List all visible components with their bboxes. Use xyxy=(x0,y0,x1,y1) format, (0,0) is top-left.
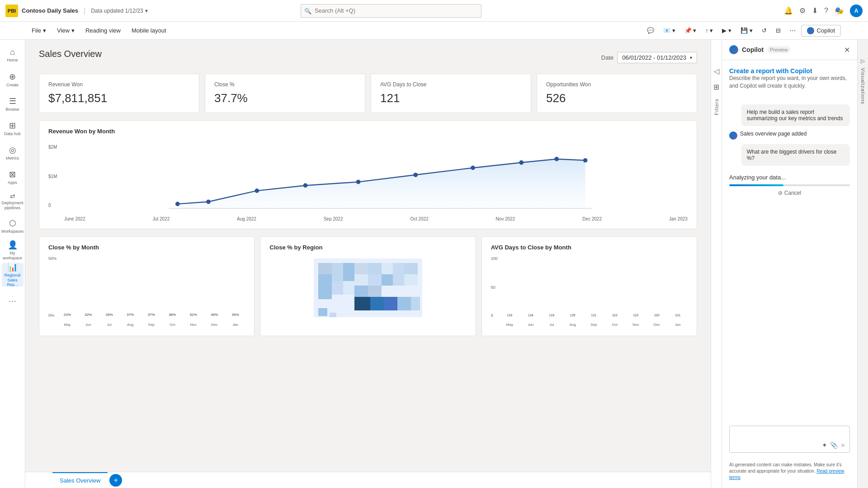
copilot-body: Create a report with Copilot Describe th… xyxy=(722,60,857,488)
state-ak xyxy=(318,308,327,316)
close-bars-container: 23% 32% 26% xyxy=(57,260,245,318)
feedback-icon[interactable]: 🎭 xyxy=(835,6,844,15)
settings-icon[interactable]: ⚙ xyxy=(799,6,806,15)
search-input[interactable] xyxy=(301,4,481,18)
state-ca xyxy=(318,286,332,299)
present-btn[interactable]: ▶ ▾ xyxy=(718,25,735,36)
state-nd xyxy=(354,263,368,274)
reading-view-btn[interactable]: Reading view xyxy=(81,25,125,36)
sidebar-item-more[interactable]: … xyxy=(2,287,24,311)
avg-days-chart-title: AVG Days to Close by Month xyxy=(491,244,688,251)
copilot-bot-icon-1 xyxy=(729,131,737,140)
revenue-chart-section: Revenue Won by Month $2M $1M 0 xyxy=(39,120,697,229)
bookmark-btn[interactable]: 📌 ▾ xyxy=(681,25,700,36)
kpi-avg-days: AVG Days to Close 121 xyxy=(371,74,531,113)
close-by-month-title: Close % by Month xyxy=(48,244,245,251)
kpi-close-value: 37.7% xyxy=(214,91,356,105)
data-update-info: Data updated 1/12/23 ▾ xyxy=(91,8,147,14)
sidebar-item-browse[interactable]: ☰ Browse xyxy=(2,92,24,116)
sidebar-item-my-workspace[interactable]: 👤 My workspace xyxy=(2,239,24,262)
create-icon: ⊕ xyxy=(9,72,16,82)
viz-collapse-icon[interactable]: ▷ xyxy=(861,58,865,64)
x-label-dec22: Dec 2022 xyxy=(582,216,602,221)
copilot-close-button[interactable]: ✕ xyxy=(844,46,850,54)
sidebar-item-create[interactable]: ⊕ Create xyxy=(2,68,24,91)
avg-x-axis: May Jun Jul Aug Sep Oct Nov Dec Jan xyxy=(500,323,688,327)
sidebar-item-workspaces[interactable]: ⬡ Workspaces xyxy=(2,214,24,238)
comment-btn[interactable]: 💬 xyxy=(643,25,658,36)
title-separator: | xyxy=(84,7,85,15)
copilot-toolbar-btn[interactable]: Copilot xyxy=(801,25,841,37)
date-label: Date xyxy=(601,54,613,61)
state-mt xyxy=(343,263,354,281)
filters-collapse-icon[interactable]: ◁ xyxy=(714,67,719,75)
subscribe-btn[interactable]: 📧 ▾ xyxy=(660,25,679,36)
save-btn[interactable]: 💾 ▾ xyxy=(737,25,756,36)
copilot-send-icon[interactable]: ➤ xyxy=(840,441,846,449)
tab-sales-overview[interactable]: Sales Overview xyxy=(52,472,108,488)
x-label-sep22: Sep 2022 xyxy=(324,216,343,221)
kpi-close-label: Close % xyxy=(214,81,356,88)
refresh-btn[interactable]: ↺ xyxy=(758,25,770,36)
kpi-avgdays-value: 121 xyxy=(380,91,522,105)
revenue-dot-2 xyxy=(206,200,211,204)
date-range-picker[interactable]: 06/01/2022 - 01/12/2023 ▾ xyxy=(617,52,697,63)
help-icon[interactable]: ? xyxy=(824,7,828,15)
close-bar-oct: 38% xyxy=(162,313,182,318)
viz-label: Visualizations xyxy=(860,68,866,104)
close-bar-jan: 39% xyxy=(226,313,245,318)
sidebar-item-data-hub[interactable]: ⊞ Data hub xyxy=(2,117,24,140)
sidebar-item-metrics[interactable]: ◎ Metrics xyxy=(2,141,24,164)
powerbi-logo: PBI xyxy=(5,5,18,17)
state-tx xyxy=(354,297,370,310)
revenue-dot-4 xyxy=(303,183,308,188)
view-menu[interactable]: View ▾ xyxy=(52,25,79,36)
copilot-input-icons: ✦ 📎 ➤ xyxy=(822,441,846,449)
share-btn[interactable]: ↑ ▾ xyxy=(702,25,717,36)
close-y-0: 0% xyxy=(48,313,54,318)
us-map-svg xyxy=(309,256,427,324)
file-menu[interactable]: File ▾ xyxy=(27,25,51,36)
download-icon[interactable]: ⬇ xyxy=(812,6,818,15)
sidebar-item-home[interactable]: ⌂ Home xyxy=(2,43,24,67)
copilot-progress-bar xyxy=(729,184,783,186)
close-bar-jul: 26% xyxy=(99,313,119,318)
x-label-jul22: Jul 2022 xyxy=(152,216,170,221)
sidebar-item-deployment[interactable]: ⇄ Deployment pipelines xyxy=(2,190,24,213)
more-options-btn[interactable]: ⋯ xyxy=(786,25,799,36)
filters-icon[interactable]: ⊞ xyxy=(713,83,719,91)
user-avatar[interactable]: A xyxy=(850,5,863,17)
sidebar-item-regional-sales[interactable]: 📊 Regional Sales Rep... xyxy=(2,263,24,286)
kpi-close-pct: Close % 37.7% xyxy=(205,74,365,113)
date-chevron-icon: ▾ xyxy=(690,55,692,60)
topbar-icons: 🔔 ⚙ ⬇ ? 🎭 A xyxy=(784,5,863,17)
add-tab-button[interactable]: + xyxy=(109,474,122,487)
notifications-icon[interactable]: 🔔 xyxy=(784,6,793,15)
close-by-region-card: Close % by Region xyxy=(260,236,476,336)
state-nj xyxy=(404,274,418,286)
copilot-icon xyxy=(729,45,738,54)
duplicate-btn[interactable]: ⊟ xyxy=(772,25,784,36)
report-title: Contoso Daily Sales xyxy=(22,7,78,14)
avg-y-100: 100 xyxy=(491,256,498,261)
x-label-oct22: Oct 2022 xyxy=(410,216,429,221)
copilot-analyzing-section: Analyzing your data... ⊘ Cancel xyxy=(729,170,850,196)
state-oh xyxy=(382,274,393,286)
mobile-layout-btn[interactable]: Mobile layout xyxy=(127,25,171,36)
state-pa xyxy=(393,274,404,286)
tab-bar: Sales Overview + xyxy=(25,472,711,488)
filters-label: Filters xyxy=(714,99,719,115)
copilot-cancel-button[interactable]: ⊘ Cancel xyxy=(729,190,850,196)
copilot-attach-icon[interactable]: 📎 xyxy=(830,441,838,449)
sidebar-item-apps[interactable]: ⊠ Apps xyxy=(2,165,24,189)
revenue-dot-10 xyxy=(583,158,588,163)
copilot-sparkle-icon[interactable]: ✦ xyxy=(822,441,827,449)
browse-icon: ☰ xyxy=(9,96,16,106)
close-x-axis: May Jun Jul Aug Sep Oct Nov Dec Jan xyxy=(57,323,245,327)
state-ny xyxy=(393,263,404,274)
revenue-dot-3 xyxy=(255,188,259,193)
avg-y-0: 0 xyxy=(491,313,493,318)
copilot-btn-icon xyxy=(807,27,814,34)
state-or xyxy=(318,274,332,286)
viz-panel: ▷ Visualizations xyxy=(857,40,868,488)
